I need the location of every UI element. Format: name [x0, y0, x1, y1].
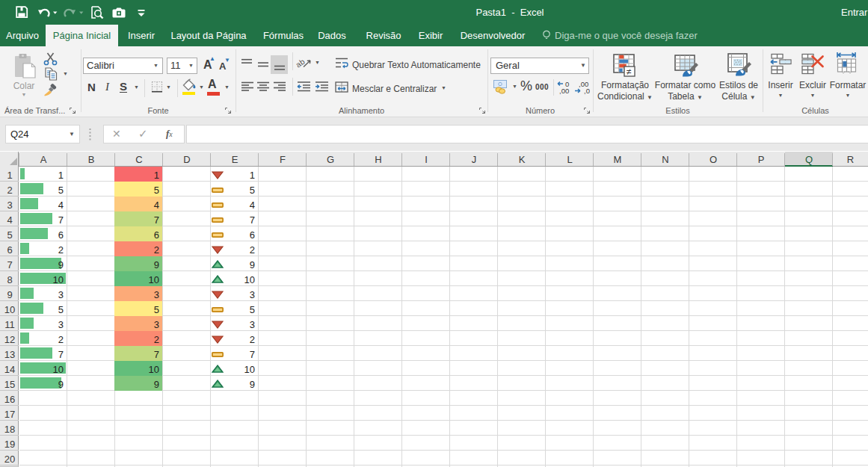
svg-text:0: 0 — [565, 80, 569, 88]
svg-text:ab: ab — [296, 57, 307, 69]
svg-text:,0: ,0 — [584, 87, 590, 95]
svg-text:≠: ≠ — [627, 67, 632, 77]
